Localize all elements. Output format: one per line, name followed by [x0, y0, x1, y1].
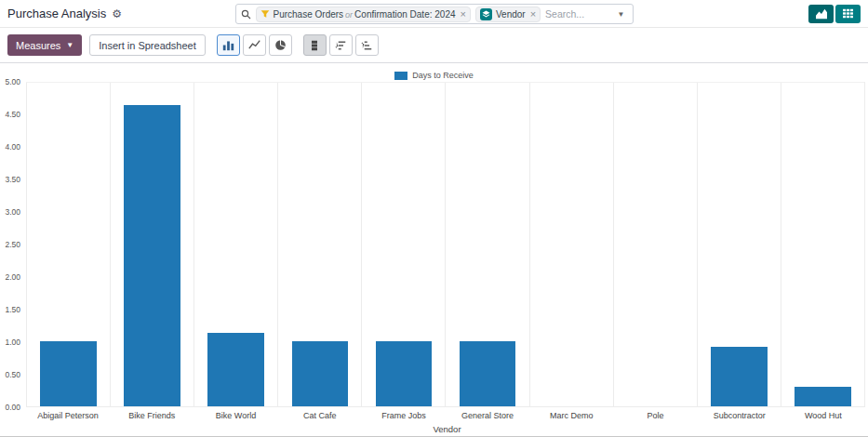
pivot-view-button[interactable] — [835, 5, 861, 23]
category-column — [529, 83, 613, 406]
category-column — [110, 83, 194, 406]
chart-bar[interactable] — [40, 341, 97, 406]
chart-bar[interactable] — [460, 341, 516, 406]
bar-chart-button[interactable] — [217, 34, 240, 56]
y-tick-label: 2.50 — [5, 240, 20, 249]
x-axis-label: Cat Cafe — [278, 411, 362, 420]
stacked-toggle-button[interactable] — [303, 34, 327, 56]
y-tick-label: 4.50 — [5, 110, 20, 119]
y-tick-label: 0.00 — [5, 403, 20, 412]
chart-type-group — [217, 34, 292, 56]
x-axis-label: Wood Hut — [781, 411, 865, 420]
y-tick-label: 4.00 — [5, 142, 20, 152]
chart-legend[interactable]: Days to Receive — [0, 69, 868, 82]
line-chart-button[interactable] — [243, 34, 266, 56]
graph-view-button[interactable] — [808, 5, 834, 23]
view-switcher — [808, 5, 861, 23]
chart-bar[interactable] — [292, 341, 349, 406]
insert-in-spreadsheet-button[interactable]: Insert in Spreadsheet — [89, 34, 206, 56]
x-axis-title: Vendor — [26, 420, 868, 434]
chart-bar[interactable] — [795, 387, 851, 406]
x-axis-label: Marc Demo — [529, 411, 613, 420]
chart-bar[interactable] — [124, 105, 180, 406]
remove-filter-icon[interactable]: × — [460, 9, 466, 20]
chart-bar[interactable] — [376, 341, 433, 406]
sort-ascending-button[interactable] — [355, 34, 379, 56]
facet-separator: or — [343, 10, 354, 20]
groupby-facet[interactable]: Vendor × — [475, 7, 541, 22]
y-tick-label: 3.50 — [5, 175, 20, 184]
filter-facet-value-1: Purchase Orders — [274, 9, 344, 20]
x-axis-label: Abigail Peterson — [26, 411, 110, 420]
caret-down-icon: ▼ — [66, 41, 73, 49]
x-axis: Abigail PetersonBike FriendsBike WorldCa… — [26, 411, 865, 420]
chart-options-group — [303, 34, 379, 56]
settings-gear-icon[interactable]: ⚙ — [112, 8, 122, 20]
category-column — [781, 83, 864, 406]
pie-chart-button[interactable] — [269, 34, 292, 56]
filter-facet[interactable]: Purchase OrdersorConfirmation Date: 2024… — [256, 7, 471, 22]
x-axis-label: Subcontractor — [698, 411, 781, 420]
category-column — [697, 83, 781, 406]
category-column — [194, 83, 277, 406]
x-axis-label: Frame Jobs — [362, 411, 446, 420]
x-axis-label: Bike World — [194, 411, 277, 420]
category-column — [613, 83, 697, 406]
legend-swatch — [394, 72, 407, 80]
y-tick-label: 2.00 — [5, 272, 20, 282]
category-column — [361, 83, 445, 406]
y-tick-label: 1.50 — [5, 305, 20, 314]
filter-icon — [260, 9, 270, 19]
measures-label: Measures — [16, 40, 60, 51]
search-dropdown-caret-icon[interactable]: ▼ — [615, 10, 628, 19]
y-tick-label: 3.00 — [5, 207, 20, 217]
sort-descending-button[interactable] — [329, 34, 353, 56]
legend-label: Days to Receive — [412, 71, 474, 80]
group-by-icon — [480, 8, 492, 20]
graph-toolbar: Measures ▼ Insert in Spreadsheet — [0, 28, 868, 63]
x-axis-label: Pole — [613, 411, 697, 420]
category-column — [445, 83, 528, 406]
groupby-facet-value: Vendor — [496, 9, 526, 20]
category-column — [26, 83, 110, 406]
chart-bar[interactable] — [711, 347, 768, 406]
y-tick-label: 0.50 — [5, 370, 20, 379]
chart: Days to Receive 5.004.504.003.503.002.50… — [0, 63, 868, 434]
measures-button[interactable]: Measures ▼ — [7, 34, 82, 56]
search-input[interactable] — [545, 8, 609, 20]
y-axis: 5.004.504.003.503.002.502.001.501.000.50… — [0, 82, 26, 407]
search-icon — [241, 9, 251, 20]
plot-area — [26, 82, 865, 407]
chart-bar[interactable] — [207, 333, 264, 406]
y-tick-label: 1.00 — [5, 338, 20, 347]
x-axis-label: Bike Friends — [110, 411, 194, 420]
top-bar: Purchase Analysis ⚙ Purchase OrdersorCon… — [0, 0, 868, 28]
category-column — [277, 83, 361, 406]
remove-groupby-icon[interactable]: × — [529, 9, 536, 20]
search-bar[interactable]: Purchase OrdersorConfirmation Date: 2024… — [235, 4, 634, 24]
x-axis-label: General Store — [446, 411, 529, 420]
y-tick-label: 5.00 — [5, 77, 20, 86]
page-title: Purchase Analysis — [7, 7, 106, 20]
filter-facet-value-2: Confirmation Date: 2024 — [354, 9, 455, 20]
